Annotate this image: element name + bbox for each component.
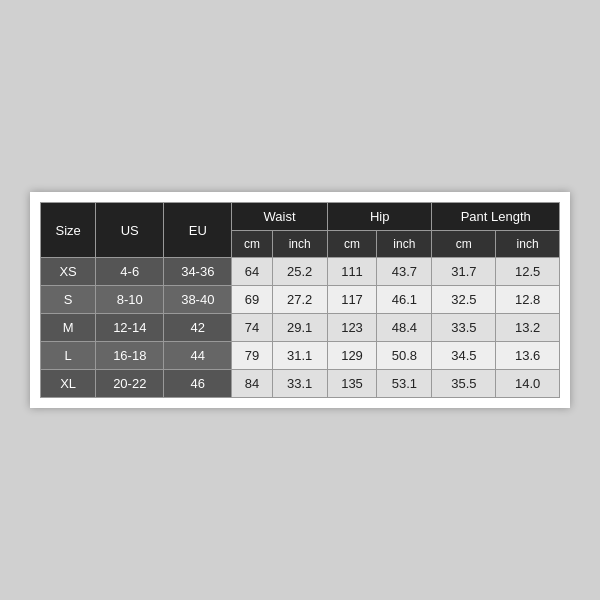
size-chart-wrapper: Size US EU Waist Hip Pant Length cm inch… <box>30 192 570 408</box>
table-body: XS4-634-366425.211143.731.712.5S8-1038-4… <box>41 258 560 398</box>
hip-cm: cm <box>327 231 376 258</box>
table-row: S8-1038-406927.211746.132.512.8 <box>41 286 560 314</box>
waist-inch: inch <box>272 231 327 258</box>
hip-inch: inch <box>377 231 432 258</box>
header-pant-length: Pant Length <box>432 203 560 231</box>
table-row: XL20-22468433.113553.135.514.0 <box>41 370 560 398</box>
header-waist: Waist <box>232 203 328 231</box>
header-hip: Hip <box>327 203 432 231</box>
size-chart-table: Size US EU Waist Hip Pant Length cm inch… <box>40 202 560 398</box>
table-row: XS4-634-366425.211143.731.712.5 <box>41 258 560 286</box>
pant-cm: cm <box>432 231 496 258</box>
group-header-row: Size US EU Waist Hip Pant Length <box>41 203 560 231</box>
waist-cm: cm <box>232 231 272 258</box>
header-us: US <box>96 203 164 258</box>
table-row: M12-14427429.112348.433.513.2 <box>41 314 560 342</box>
header-size: Size <box>41 203 96 258</box>
table-row: L16-18447931.112950.834.513.6 <box>41 342 560 370</box>
header-eu: EU <box>164 203 232 258</box>
pant-inch: inch <box>496 231 560 258</box>
